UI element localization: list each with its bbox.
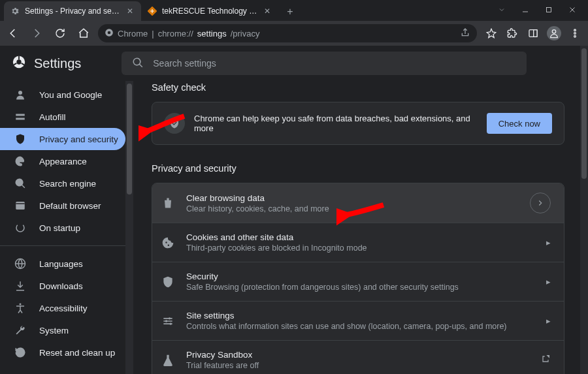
row-sub: Controls what information sites can use … (186, 322, 534, 331)
svg-rect-14 (16, 118, 25, 120)
plus-diamond-icon (148, 7, 157, 16)
extensions-icon[interactable] (503, 24, 521, 42)
url-scheme: Chrome (118, 29, 148, 39)
maximize-icon[interactable] (545, 5, 553, 16)
row-sub: Clear history, cookies, cache, and more (186, 204, 518, 213)
svg-point-19 (165, 320, 167, 322)
shield-icon (161, 275, 174, 288)
scrollbar-thumb[interactable] (127, 84, 132, 195)
sidebar-item-label: Search engine (39, 179, 96, 189)
svg-point-11 (16, 59, 21, 64)
shield-check-icon (164, 113, 185, 134)
sidebar-item-you-and-google[interactable]: You and Google (0, 84, 125, 106)
svg-point-17 (20, 304, 22, 305)
sidebar-item-label: Privacy and security (39, 134, 118, 144)
sidebar-item-languages[interactable]: Languages (0, 253, 125, 275)
close-icon[interactable]: ✕ (125, 7, 135, 16)
kebab-menu-icon[interactable] (566, 24, 584, 42)
row-title: Clear browsing data (186, 193, 518, 203)
browser-icon (14, 200, 26, 211)
flask-icon (161, 354, 174, 367)
sidebar-item-label: Autofill (39, 112, 66, 122)
bookmark-star-icon[interactable] (482, 24, 500, 42)
svg-point-12 (18, 91, 22, 95)
chrome-icon (105, 28, 114, 39)
chevron-right-icon: ▸ (546, 277, 551, 287)
svg-point-9 (574, 35, 576, 37)
svg-point-7 (574, 29, 576, 31)
sidebar-item-default-browser[interactable]: Default browser (0, 195, 125, 217)
row-privacy-sandbox[interactable]: Privacy SandboxTrial features are off (152, 341, 564, 374)
chevron-down-icon[interactable] (498, 5, 506, 16)
sidebar-item-system[interactable]: System (0, 319, 125, 341)
url-host: chrome:// (158, 29, 193, 39)
url-sep: | (152, 29, 154, 39)
section-title-privacy: Privacy and security (152, 163, 564, 174)
share-icon[interactable] (460, 27, 470, 40)
svg-rect-13 (16, 114, 25, 116)
sidebar-item-reset[interactable]: Reset and clean up (0, 341, 125, 364)
settings-content: Your browser is managed by your organiza… (133, 46, 588, 374)
row-sub: Trial features are off (186, 361, 529, 370)
arrow-right-icon (530, 193, 551, 213)
shield-icon (14, 133, 26, 145)
sidebar-item-label: Default browser (39, 201, 101, 211)
sidebar-item-label: Appearance (39, 157, 87, 166)
section-title-safety: Safety check (152, 82, 564, 93)
chevron-right-icon: ▸ (546, 238, 551, 247)
row-security[interactable]: SecuritySafe Browsing (protection from d… (152, 262, 564, 302)
sidebar-item-privacy-security[interactable]: Privacy and security (0, 128, 125, 150)
row-cookies[interactable]: Cookies and other site dataThird-party c… (152, 223, 564, 262)
sidebar-item-search-engine[interactable]: Search engine (0, 172, 125, 195)
search-settings-input[interactable]: Search settings (122, 52, 527, 75)
svg-point-3 (108, 31, 111, 34)
sidebar-item-autofill[interactable]: Autofill (0, 106, 125, 128)
restore-icon (14, 347, 26, 358)
sidebar-item-label: System (39, 326, 69, 335)
search-icon (14, 178, 26, 189)
address-bar[interactable]: Chrome | chrome://settings/privacy (98, 24, 477, 42)
sidebar-item-on-startup[interactable]: On startup (0, 217, 125, 239)
settings-sidebar: You and Google Autofill Privacy and secu… (0, 46, 133, 374)
chevron-right-icon: ▸ (546, 316, 551, 326)
sidebar-item-label: You and Google (39, 90, 102, 100)
sidebar-item-label: Downloads (39, 281, 83, 291)
close-icon[interactable]: ✕ (263, 7, 272, 16)
window-controls (498, 0, 588, 21)
sidebar-divider (0, 245, 125, 246)
search-icon (132, 57, 144, 70)
profile-avatar[interactable] (545, 24, 563, 42)
tab-settings[interactable]: Settings - Privacy and security ✕ (4, 1, 141, 21)
svg-rect-1 (547, 8, 551, 12)
home-button[interactable] (74, 24, 93, 42)
url-path-strong: settings (197, 29, 227, 39)
chrome-logo-icon (12, 55, 26, 72)
sidebar-item-label: Reset and clean up (39, 348, 115, 358)
page-title: Settings (34, 56, 81, 71)
svg-point-20 (170, 322, 172, 324)
settings-header: Settings Search settings (0, 46, 588, 81)
reload-button[interactable] (51, 24, 69, 42)
power-icon (14, 222, 26, 234)
sidebar-item-label: On startup (39, 223, 80, 233)
row-clear-browsing-data[interactable]: Clear browsing dataClear history, cookie… (152, 183, 564, 223)
svg-point-8 (574, 33, 576, 35)
gear-icon (10, 7, 20, 16)
sidebar-item-accessibility[interactable]: Accessibility (0, 297, 125, 319)
back-button[interactable] (4, 24, 22, 42)
sidebar-item-appearance[interactable]: Appearance (0, 150, 125, 172)
minimize-icon[interactable] (521, 5, 529, 16)
row-site-settings[interactable]: Site settingsControls what information s… (152, 302, 564, 341)
check-now-button[interactable]: Check now (487, 113, 552, 134)
sidepanel-icon[interactable] (524, 24, 542, 42)
new-tab-button[interactable]: + (281, 3, 299, 21)
tab-tekrescue[interactable]: tekRESCUE Technology Consultin ✕ (141, 1, 278, 21)
open-external-icon (540, 354, 551, 367)
row-title: Cookies and other site data (186, 232, 534, 242)
close-window-icon[interactable] (568, 5, 576, 16)
browser-toolbar: Chrome | chrome://settings/privacy (0, 21, 588, 46)
svg-rect-5 (534, 30, 537, 37)
forward-button[interactable] (27, 24, 46, 42)
sidebar-item-downloads[interactable]: Downloads (0, 275, 125, 297)
privacy-card: Clear browsing dataClear history, cookie… (152, 183, 564, 374)
